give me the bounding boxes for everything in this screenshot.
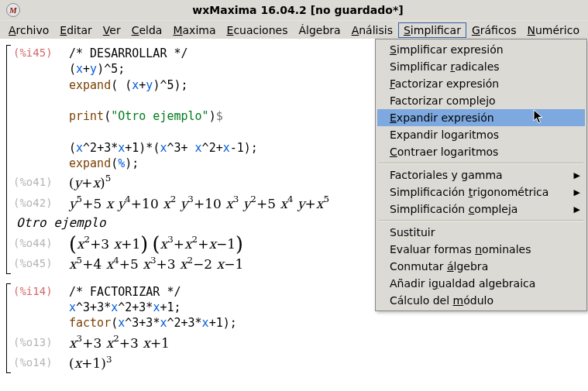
menu-item-16[interactable]: Cálculo del módulo (377, 292, 585, 309)
math-output: (x+1)3 (69, 353, 585, 372)
cell-label: (%i45) (12, 46, 69, 60)
menu-item-6[interactable]: Contraer logaritmos (377, 143, 585, 160)
cell-label: (%o41) (12, 173, 69, 190)
menubar: Archivo Editar Ver Celda Maxima Ecuacion… (0, 21, 588, 40)
menu-analisis[interactable]: Análisis (346, 22, 398, 38)
menu-algebra[interactable]: Álgebra (293, 22, 346, 38)
cell-label: (%i14) (12, 284, 69, 299)
output-o13: (%o13) x3+3 x2+3 x+1 (12, 332, 585, 353)
math-output: x3+3 x2+3 x+1 (69, 333, 585, 352)
menu-celda[interactable]: Celda (126, 22, 168, 38)
titlebar: M wxMaxima 16.04.2 [no guardado*] (0, 0, 588, 21)
cell-label: (%o13) (12, 333, 69, 350)
menu-item-5[interactable]: Expandir logaritmos (377, 126, 585, 143)
menu-item-15[interactable]: Añadir igualdad algebraica (377, 275, 585, 292)
menu-item-1[interactable]: Simplificar radicales (377, 58, 585, 75)
menu-separator (379, 220, 583, 221)
menu-item-14[interactable]: Conmutar álgebra (377, 258, 585, 275)
menu-item-3[interactable]: Factorizar complejo (377, 92, 585, 109)
cell-label: (%o45) (12, 254, 69, 271)
menu-separator (379, 163, 583, 164)
cell-label: (%o14) (12, 353, 69, 370)
output-o14: (%o14) (x+1)3 (12, 352, 585, 373)
menu-graficos[interactable]: Gráficos (466, 22, 522, 38)
menu-ver[interactable]: Ver (98, 22, 126, 38)
menu-item-12[interactable]: Sustituir (377, 224, 585, 241)
menu-item-9[interactable]: Simplificación trigonométrica▶ (377, 183, 585, 201)
menu-simplificar[interactable]: Simplificar (398, 22, 466, 38)
window-title: wxMaxima 16.04.2 [no guardado*] (8, 4, 588, 16)
menu-ayuda[interactable]: Ayuda (585, 22, 588, 38)
cell-label: (%o42) (12, 194, 69, 211)
menu-item-4[interactable]: Expandir expresión (377, 109, 585, 126)
menu-numerico[interactable]: Numérico (521, 22, 585, 38)
menu-item-2[interactable]: Factorizar expresión (377, 75, 585, 92)
menu-maxima[interactable]: Maxima (167, 22, 221, 38)
submenu-arrow-icon: ▶ (574, 170, 580, 180)
cell-label: (%o44) (12, 234, 69, 251)
menu-item-8[interactable]: Factoriales y gamma▶ (377, 166, 585, 183)
simplificar-dropdown: Simplificar expresiónSimplificar radical… (375, 39, 587, 311)
menu-item-13[interactable]: Evaluar formas nominales (377, 241, 585, 258)
menu-item-10[interactable]: Simplificación compleja▶ (377, 201, 585, 218)
submenu-arrow-icon: ▶ (574, 187, 580, 197)
menu-item-0[interactable]: Simplificar expresión (377, 41, 585, 58)
menu-archivo[interactable]: Archivo (3, 22, 54, 38)
menu-ecuaciones[interactable]: Ecuaciones (222, 22, 294, 38)
submenu-arrow-icon: ▶ (574, 204, 580, 214)
menu-editar[interactable]: Editar (54, 22, 97, 38)
